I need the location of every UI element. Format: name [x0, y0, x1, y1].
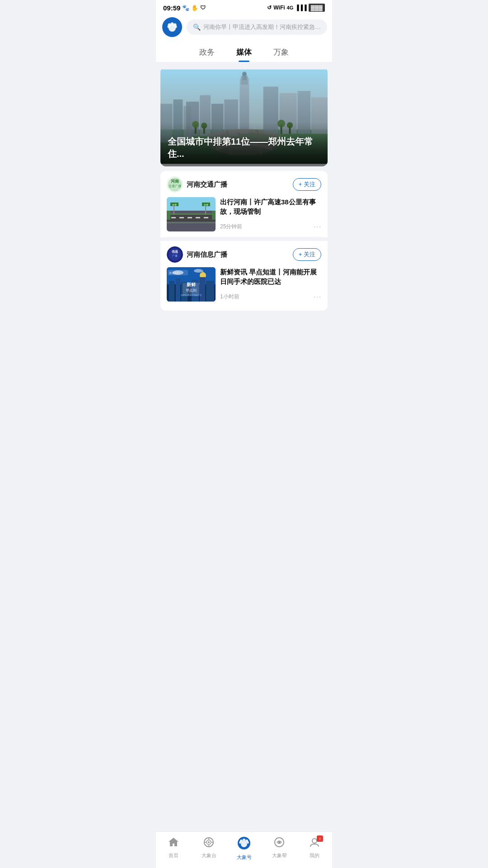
svg-rect-69 [176, 278, 180, 302]
svg-point-63 [194, 269, 203, 273]
svg-rect-45 [204, 217, 208, 218]
source-avatar-1: 河南 交通广播 [167, 176, 183, 193]
svg-rect-54 [167, 211, 170, 220]
svg-text:新鲜: 新鲜 [187, 282, 196, 287]
search-bar[interactable]: 🔍 河南你早丨甲流进入高发期！河南疾控紧急提醒；... [187, 19, 327, 35]
svg-text:收费: 收费 [204, 203, 208, 206]
feed-header-1: 河南 交通广播 河南交通广播 + 关注 [167, 176, 321, 193]
search-icon: 🔍 [193, 24, 201, 31]
feed-card-1: 河南 交通广播 河南交通广播 + 关注 [160, 171, 328, 237]
news-item-1[interactable]: 收费 收费 出行河南丨许广高速38公里有事故，现场管制 25分钟前 ⋯ [167, 197, 321, 237]
paw-logo-icon [166, 21, 178, 33]
tab-meiti[interactable]: 媒体 [235, 44, 253, 62]
news-thumbnail: 资讯先行 新鲜 早点到 FM105.6 FM97.5 [167, 267, 216, 302]
svg-point-5 [175, 25, 177, 28]
hero-banner[interactable]: 全国城市中排第11位——郑州去年常住... [160, 67, 328, 166]
svg-rect-41 [171, 217, 176, 218]
svg-rect-55 [212, 211, 216, 220]
svg-text:交通广播: 交通广播 [169, 184, 181, 188]
more-button-1[interactable]: ⋯ [313, 222, 321, 231]
traffic-radio-logo: 河南 交通广播 [167, 176, 183, 193]
battery-icon: ▓▓▓ [309, 4, 325, 12]
news-thumbnail-2: 资讯先行 新鲜 早点到 FM105.6 FM97.5 [167, 267, 216, 302]
svg-text:广播: 广播 [172, 254, 178, 257]
info-radio-logo: 信息 广播 [167, 246, 183, 263]
tab-zhengwu[interactable]: 政务 [197, 44, 216, 62]
refresh-icon: ↺ [267, 5, 272, 11]
feed-header-2: 信息 广播 河南信息广播 + 关注 [167, 246, 321, 263]
hero-title: 全国城市中排第11位——郑州去年常住... [168, 136, 320, 160]
svg-rect-42 [179, 217, 184, 218]
news-title-2: 新鲜资讯 早点知道丨河南能开展日间手术的医院已达 [220, 267, 321, 286]
svg-rect-73 [206, 281, 214, 302]
wifi-icon: WiFi [273, 5, 285, 11]
source-name-1: 河南交通广播 [187, 180, 227, 189]
hand-status-icon: ✋ [191, 5, 198, 11]
svg-rect-43 [188, 217, 192, 218]
news-title-1: 出行河南丨许广高速38公里有事故，现场管制 [220, 197, 321, 216]
svg-rect-72 [200, 277, 205, 302]
source-avatar-2: 信息 广播 [167, 246, 183, 263]
news-meta-1: 25分钟前 ⋯ [220, 222, 321, 231]
search-placeholder-text: 河南你早丨甲流进入高发期！河南疾控紧急提醒；... [203, 23, 321, 31]
svg-rect-47 [167, 222, 216, 223]
svg-point-4 [168, 25, 170, 28]
shield-status-icon: 🛡 [200, 5, 206, 11]
svg-text:信息: 信息 [171, 250, 178, 253]
feed-container: 河南 交通广播 河南交通广播 + 关注 [160, 171, 328, 311]
news-content-1: 出行河南丨许广高速38公里有事故，现场管制 25分钟前 ⋯ [220, 197, 321, 231]
news-time-2: 1小时前 [220, 293, 239, 301]
svg-text:FM105.6  FM97.5: FM105.6 FM97.5 [181, 294, 202, 297]
status-bar: 09:59 🐾 ✋ 🛡 ↺ WiFi 4G ▐▐▐ ▓▓▓ [156, 0, 332, 14]
hero-caption: 全国城市中排第11位——郑州去年常住... [160, 122, 328, 166]
svg-rect-65 [202, 271, 203, 273]
status-time: 09:59 [163, 4, 180, 12]
card-divider [160, 237, 328, 241]
more-button-2[interactable]: ⋯ [313, 292, 321, 302]
app-logo[interactable] [162, 17, 182, 37]
feed-card-2: 信息 广播 河南信息广播 + 关注 [160, 241, 328, 307]
follow-button-1[interactable]: + 关注 [293, 178, 321, 191]
news-item-2[interactable]: 资讯先行 新鲜 早点到 FM105.6 FM97.5 新鲜资讯 早点知道丨河南能… [167, 267, 321, 307]
signal-bars-icon: ▐▐▐ [295, 5, 307, 11]
svg-point-2 [171, 23, 174, 26]
svg-text:资讯先行: 资讯先行 [169, 272, 180, 274]
news-meta-2: 1小时前 ⋯ [220, 292, 321, 302]
source-2[interactable]: 信息 广播 河南信息广播 [167, 246, 227, 263]
svg-rect-68 [169, 281, 174, 302]
svg-text:早点到: 早点到 [186, 288, 197, 292]
header: 🔍 河南你早丨甲流进入高发期！河南疾控紧急提醒；... [156, 14, 332, 42]
news-time-1: 25分钟前 [220, 223, 242, 231]
news-thumbnail-1: 收费 收费 [167, 197, 216, 231]
svg-text:收费: 收费 [172, 203, 177, 206]
svg-rect-44 [196, 217, 200, 218]
svg-text:河南: 河南 [171, 179, 179, 184]
source-name-2: 河南信息广播 [187, 250, 227, 259]
follow-button-2[interactable]: + 关注 [293, 248, 321, 261]
tab-wanxiang[interactable]: 万象 [272, 44, 291, 62]
road-thumbnail: 收费 收费 [167, 197, 216, 231]
tab-bar: 政务 媒体 万象 [156, 42, 332, 62]
news-content-2: 新鲜资讯 早点知道丨河南能开展日间手术的医院已达 1小时前 ⋯ [220, 267, 321, 302]
signal-4g-icon: 4G [287, 5, 294, 10]
paw-status-icon: 🐾 [182, 5, 189, 11]
source-1[interactable]: 河南 交通广播 河南交通广播 [167, 176, 227, 193]
